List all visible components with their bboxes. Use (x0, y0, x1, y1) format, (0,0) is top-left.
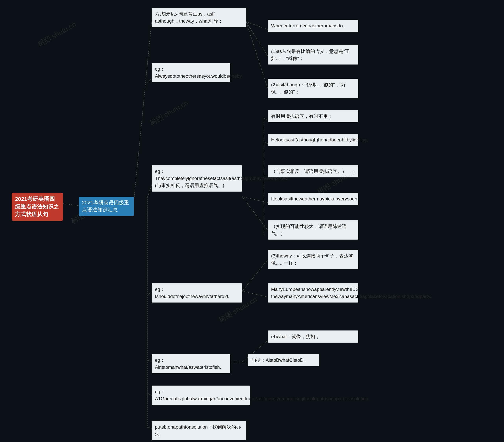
card-contrary2-text: （实现的可能性较大，谓语用陈述语气。） (271, 224, 347, 236)
card-contrary1-text: （与事实相反，谓语用虚拟语气。） (271, 169, 347, 174)
mindmap-container: 2021考研英语四级重点语法知识之方式状语从句 2021考研英语四级重点语法知识… (0, 0, 504, 442)
svg-line-9 (246, 22, 268, 30)
card-theway-text: (3)theway：可以连接两个句子，表达就像......一样； (271, 253, 353, 266)
card-sentence-text: 句型：AistoBwhatCistoD. (252, 357, 305, 363)
svg-line-18 (242, 260, 268, 291)
card-asif: (2)asif/though："仿佛......似的"，"好像......似的"… (268, 79, 358, 98)
svg-line-17 (242, 197, 268, 230)
svg-line-7 (148, 393, 152, 395)
card-intro-text: 方式状语从句通常由as，asif，asthough，theway，what引导； (155, 11, 223, 24)
card-theway: (3)theway：可以连接两个句子，表达就像......一样； (268, 250, 358, 269)
card-when-text: Whenenterromedoastheromansdo. (271, 23, 344, 28)
root-node: 2021考研英语四级重点语法知识之方式状语从句 (12, 193, 63, 221)
card-eg-gore: eg：A1Gorecallsglobalwarmingan*inconvenie… (152, 386, 250, 405)
svg-line-4 (148, 185, 152, 197)
card-many-text: ManyEuropeansnowapparentlyviewtheUS thew… (271, 287, 431, 299)
level1-node: 2021考研英语四级重点语法知识汇总 (79, 197, 134, 216)
card-eg1: eg：Alwaysdototheothersasyouwouldbeoneby. (152, 63, 230, 82)
card-eg-gore-text: eg：A1Gorecallsglobalwarmingan*inconvenie… (155, 389, 370, 401)
svg-line-19 (242, 291, 268, 297)
card-when: Whenenterromedoastheromansdo. (268, 20, 358, 32)
card-many: ManyEuropeansnowapparentlyviewtheUS thew… (268, 283, 358, 303)
card-asif-text: (2)asif/though："仿佛......似的"，"好像......似的"… (271, 82, 346, 94)
svg-line-16 (242, 197, 268, 203)
svg-line-0 (63, 204, 79, 205)
svg-line-8 (148, 427, 152, 429)
card-puts-text: putsb.onapathtoasolution：找到解决的办法 (155, 424, 241, 437)
card-intro: 方式状语从句通常由as，asif，asthough，theway，what引导； (152, 8, 246, 27)
card-as1: (1)as从句带有比喻的含义，意思是"正如..."，"就像"； (268, 45, 358, 65)
card-sometimes: 有时用虚拟语气，有时不用； (268, 110, 358, 122)
svg-line-13 (264, 118, 268, 120)
card-eg1-text: eg：Alwaysdototheothersasyouwouldbeoneby. (155, 66, 243, 79)
card-eg-ishould: eg：Ishoulddothejobthewaymyfatherdid. (152, 283, 242, 303)
card-eg-air: eg：Airistomanwhat/aswateristofish. (152, 354, 230, 373)
card-what-text: (4)what：就像，犹如； (271, 334, 320, 339)
card-as1-text: (1)as从句带有比喻的含义，意思是"正如..."，"就像"； (271, 49, 350, 61)
card-itlooks-text: Itlooksasiftheweathermaypickupverysoon. (271, 196, 359, 202)
svg-line-11 (246, 22, 268, 88)
svg-line-6 (148, 360, 152, 362)
level1-label: 2021考研英语四级重点语法知识汇总 (82, 200, 129, 213)
connector-lines (0, 0, 504, 442)
card-itlooks: Itlooksasiftheweathermaypickupverysoon. (268, 193, 358, 205)
card-contrary2: （实现的可能性较大，谓语用陈述语气。） (268, 220, 358, 239)
card-eg-ishould-text: eg：Ishoulddothejobthewaymyfatherdid. (155, 287, 229, 299)
card-helooks-text: Helooksasif(asthough)hehadbeenhitbylight… (271, 137, 368, 142)
svg-line-3 (148, 79, 152, 83)
card-eg-they: eg：Theycompletelylgnorethesefactsasif(as… (152, 165, 242, 192)
card-puts: putsb.onapathtoasolution：找到解决的办法 (152, 421, 246, 440)
svg-line-14 (264, 142, 268, 144)
card-helooks: Helooksasif(asthough)hehadbeenhitbylight… (268, 134, 358, 146)
svg-line-5 (148, 291, 152, 295)
card-sometimes-text: 有时用虚拟语气，有时不用； (271, 114, 333, 119)
root-label: 2021考研英语四级重点语法知识之方式状语从句 (15, 196, 59, 217)
card-sentence: 句型：AistoBwhatCistoD. (248, 354, 319, 366)
svg-line-10 (246, 22, 268, 56)
watermark-2: 树图 shutu.cn (148, 98, 190, 128)
watermark-1: 树图 shutu.cn (36, 19, 78, 49)
card-what: (4)what：就像，犹如； (268, 330, 358, 343)
svg-line-1 (134, 22, 152, 201)
card-eg-air-text: eg：Airistomanwhat/aswateristofish. (155, 357, 221, 370)
